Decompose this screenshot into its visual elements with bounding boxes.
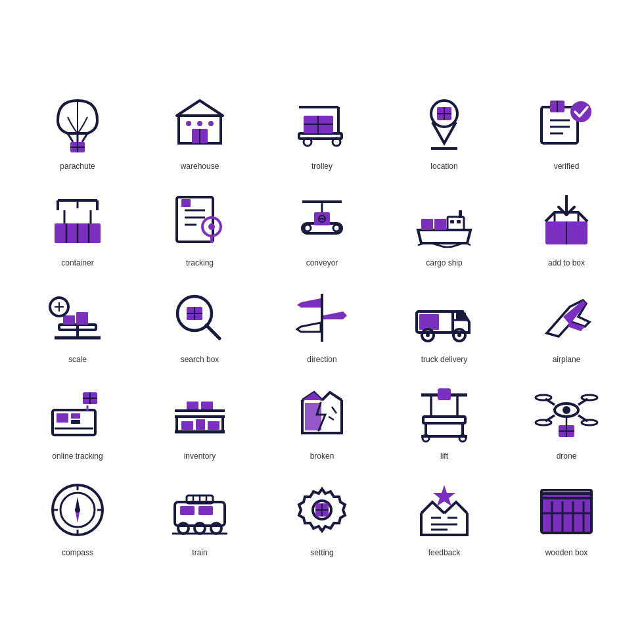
svg-point-137 [536, 395, 551, 400]
warehouse-label: warehouse [181, 162, 219, 171]
search-box-label: search box [181, 355, 219, 364]
online-tracking-label: online tracking [52, 451, 103, 461]
broken-icon [289, 380, 355, 446]
svg-rect-114 [187, 402, 198, 411]
warehouse-icon [167, 91, 233, 156]
add-to-box-label: add to box [548, 258, 585, 267]
svg-point-130 [459, 435, 466, 442]
icon-item-feedback: feedback [386, 471, 502, 561]
drone-icon [534, 380, 599, 446]
conveyor-icon [289, 187, 355, 253]
online-tracking-icon [45, 380, 110, 446]
setting-label: setting [310, 548, 333, 557]
drone-label: drone [557, 451, 577, 461]
svg-point-95 [426, 333, 430, 337]
icon-item-train: train [142, 471, 258, 561]
scale-icon [45, 284, 110, 350]
search-box-icon [167, 284, 233, 350]
airplane-label: airplane [553, 355, 581, 364]
setting-icon [289, 477, 355, 543]
icon-item-container: container [20, 181, 135, 271]
broken-label: broken [310, 451, 334, 461]
location-label: location [430, 162, 457, 171]
svg-rect-111 [181, 421, 193, 430]
trolley-label: trolley [311, 162, 333, 171]
truck-delivery-icon [411, 284, 477, 350]
svg-rect-48 [181, 199, 191, 207]
icon-item-parachute: parachute [20, 84, 135, 174]
icon-item-trolley: trolley [264, 84, 380, 174]
icon-item-cargo-ship: cargo ship [386, 181, 502, 271]
feedback-icon [411, 477, 477, 543]
airplane-icon [534, 284, 599, 350]
svg-rect-63 [457, 220, 461, 223]
parachute-icon [45, 91, 110, 156]
truck-delivery-label: truck delivery [421, 355, 468, 364]
svg-rect-102 [71, 420, 80, 424]
icon-item-broken: broken [264, 374, 380, 464]
svg-point-33 [570, 101, 591, 122]
container-label: container [61, 258, 93, 267]
svg-point-11 [197, 121, 202, 126]
cargo-ship-icon [411, 187, 477, 253]
direction-icon [289, 284, 355, 350]
icon-item-lift: lift [386, 374, 502, 464]
wooden-box-icon [534, 477, 599, 543]
tracking-label: tracking [186, 258, 214, 267]
svg-marker-86 [297, 298, 321, 308]
svg-point-56 [333, 225, 340, 231]
svg-point-140 [582, 420, 597, 425]
icon-item-airplane: airplane [509, 277, 624, 367]
svg-rect-90 [419, 314, 439, 330]
compass-label: compass [62, 548, 93, 557]
scale-label: scale [68, 355, 87, 364]
lift-label: lift [440, 451, 448, 461]
svg-rect-113 [208, 421, 219, 430]
icon-item-conveyor: conveyor [264, 181, 380, 271]
svg-rect-75 [63, 315, 75, 325]
icon-item-verified: verified [509, 84, 624, 174]
compass-icon [45, 477, 110, 543]
svg-rect-65 [434, 219, 446, 230]
location-icon [411, 91, 477, 156]
wooden-box-label: wooden box [545, 548, 588, 557]
svg-point-55 [304, 225, 311, 231]
icon-item-add-to-box: add to box [509, 181, 624, 271]
svg-rect-125 [423, 417, 465, 423]
icon-item-truck-delivery: truck delivery [386, 277, 502, 367]
svg-rect-156 [198, 506, 213, 515]
svg-rect-115 [201, 402, 213, 411]
svg-marker-88 [297, 323, 321, 332]
svg-rect-64 [421, 219, 433, 230]
svg-marker-169 [433, 485, 455, 506]
svg-marker-7 [177, 101, 223, 116]
container-icon [45, 187, 110, 253]
svg-rect-100 [57, 413, 68, 423]
svg-point-50 [208, 223, 215, 230]
svg-point-12 [208, 121, 214, 126]
verified-label: verified [554, 162, 580, 171]
lift-icon [411, 380, 477, 446]
svg-point-10 [186, 121, 191, 126]
svg-rect-76 [76, 312, 88, 325]
icon-item-compass: compass [20, 471, 135, 561]
svg-rect-122 [438, 388, 451, 400]
icon-item-scale: scale [20, 277, 135, 367]
svg-rect-92 [456, 313, 466, 319]
icon-item-direction: direction [264, 277, 380, 367]
svg-point-138 [582, 395, 597, 400]
svg-marker-87 [323, 311, 347, 319]
svg-point-153 [75, 507, 80, 513]
svg-point-96 [457, 333, 461, 337]
icon-item-drone: drone [509, 374, 624, 464]
icon-item-search-box: search box [142, 277, 258, 367]
icon-item-wooden-box: wooden box [509, 471, 624, 561]
inventory-label: inventory [184, 451, 216, 461]
svg-line-119 [332, 407, 336, 413]
svg-rect-62 [450, 220, 454, 223]
tracking-icon [167, 187, 233, 253]
trolley-icon [289, 91, 355, 156]
add-to-box-icon [534, 187, 599, 253]
verified-icon [534, 91, 599, 156]
train-label: train [192, 548, 207, 557]
